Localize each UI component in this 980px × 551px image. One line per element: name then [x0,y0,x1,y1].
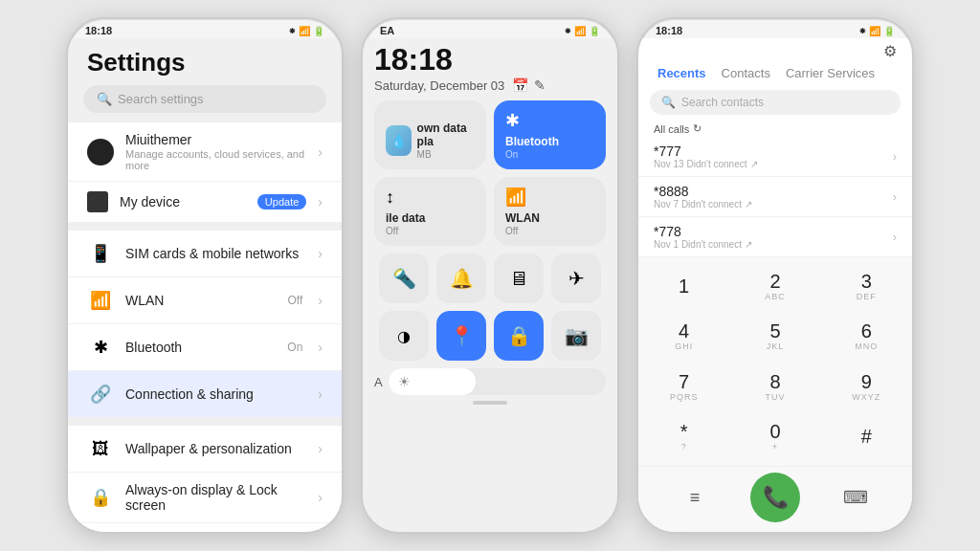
dialpad-button[interactable]: ⌨ [836,478,875,517]
key-3-main: 3 [861,272,872,291]
bt-icon-cc: ⁕ [564,26,571,36]
key-4[interactable]: 4 GHI [638,312,729,363]
wlan-tile-icon: 📶 [505,187,594,208]
sim-text: SIM cards & mobile networks [125,246,306,261]
update-badge: Update [257,194,306,209]
dialer-search[interactable]: 🔍 Search contacts [650,90,901,115]
data-tile-label: own data pla [417,121,475,148]
key-6[interactable]: 6 MNO [821,312,912,363]
key-5-sub: JKL [767,342,785,351]
key-0-main: 0 [769,422,780,441]
recent-date-1: Nov 13 Didn't connect ↗ [654,159,758,169]
settings-item-display[interactable]: ☀ Display › [68,523,342,532]
sim-icon: 📱 [87,240,114,267]
drag-indicator [473,401,507,405]
mydevice-icon [87,191,108,212]
settings-screen: Settings 🔍 Search settings Miuithemer Ma… [68,38,342,532]
search-icon-dialer: 🔍 [661,96,676,109]
key-9[interactable]: 9 WXYZ [821,362,912,412]
cc-date-icons: 📅 ✎ [512,77,546,93]
tab-carrier[interactable]: Carrier Services [778,62,882,84]
cc-tile-airplane[interactable]: ✈ [551,253,601,303]
settings-item-wlan[interactable]: 📶 WLAN Off › [68,277,342,324]
settings-search[interactable]: 🔍 Search settings [83,85,326,113]
key-9-sub: WXYZ [852,392,880,402]
recent-call-2-info: *8888 Nov 7 Didn't connect ↗ [654,184,752,209]
miuithemer-icon [87,139,114,165]
recent-number-2: *8888 [654,184,752,199]
key-7[interactable]: 7 PQRS [638,362,729,412]
wlan-title: WLAN [125,293,277,308]
recent-call-3[interactable]: *778 Nov 1 Didn't connect ↗ › [638,217,912,257]
wlan-icon: 📶 [87,287,114,314]
settings-item-mydevice[interactable]: My device Update › [68,182,342,223]
key-star[interactable]: * ? [638,412,729,463]
key-hash[interactable]: # [821,412,912,463]
cc-tile-mobile-data[interactable]: ↕ ile data Off [374,177,486,246]
key-0[interactable]: 0 + [729,412,820,463]
key-2[interactable]: 2 ABC [729,261,820,312]
key-1-main: 1 [679,276,689,296]
cc-small-row: 🔦 🔔 🖥 ✈ [374,253,606,303]
key-4-main: 4 [679,321,689,341]
cc-tile-mirror[interactable]: 🖥 [494,253,544,303]
call-arrow-3: › [893,230,897,244]
settings-item-sim[interactable]: 📱 SIM cards & mobile networks › [68,231,342,277]
key-3[interactable]: 3 DEF [821,261,912,312]
outgoing-icon-1: ↗ [750,159,758,169]
mobile-data-icon: ↕ [386,187,475,208]
brightness-bar[interactable]: ☀ [389,368,606,395]
outgoing-icon-2: ↗ [745,199,752,209]
wlan-tile-label: WLAN [505,211,594,225]
cc-tile-alarm[interactable]: 🔔 [436,253,486,303]
voicemail-button[interactable]: ≡ [676,478,714,517]
cc-tile-video[interactable]: 📷 [551,311,601,361]
recent-call-1[interactable]: *777 Nov 13 Didn't connect ↗ › [638,137,912,177]
settings-item-connection[interactable]: 🔗 Connection & sharing › [68,371,342,418]
tab-recents[interactable]: Recents [650,62,714,84]
cc-tile-lock[interactable]: 🔒 [494,311,544,361]
cc-tile-location[interactable]: 📍 [436,311,486,361]
phone-dialer: 18:18 ⁕ 📶 🔋 ⚙ Recents Contacts Carrier S… [636,17,914,534]
signal-icon-cc: 📶 [574,26,586,36]
mobile-data-sub: Off [386,226,475,236]
always-on-text: Always-on display & Lock screen [125,482,306,513]
cc-top-grid: 💧 own data pla MB ✱ Bluetooth On ↕ ile d… [374,100,606,246]
bluetooth-text: Bluetooth [125,340,276,355]
cc-tile-bluetooth[interactable]: ✱ Bluetooth On [494,100,606,169]
dialer-screen: ⚙ Recents Contacts Carrier Services 🔍 Se… [638,38,912,532]
settings-item-bluetooth[interactable]: ✱ Bluetooth On › [68,324,342,371]
key-2-sub: ABC [765,292,786,301]
recent-number-1: *777 [654,143,758,159]
call-button[interactable]: 📞 [750,473,800,522]
settings-gear-icon[interactable]: ⚙ [883,42,897,60]
key-8[interactable]: 8 TUV [729,362,820,412]
status-time-1: 18:18 [85,25,112,36]
recent-call-2[interactable]: *8888 Nov 7 Didn't connect ↗ › [638,177,912,217]
recent-date-3: Nov 1 Didn't connect ↗ [654,239,752,250]
cc-tile-torch[interactable]: 🔦 [379,253,429,303]
connection-icon: 🔗 [87,381,114,408]
key-1[interactable]: 1 [638,261,729,312]
settings-item-miuithemer[interactable]: Miuithemer Manage accounts, cloud servic… [68,122,342,182]
key-5[interactable]: 5 JKL [729,312,820,363]
search-placeholder-dialer: Search contacts [681,96,764,109]
always-on-title: Always-on display & Lock screen [125,482,306,513]
brightness-label-a: A [374,375,383,389]
tab-contacts[interactable]: Contacts [714,62,778,84]
keypad: 1 2 ABC 3 DEF 4 GHI 5 JKL 6 MNO [638,257,912,466]
dialer-tabs: Recents Contacts Carrier Services [638,60,912,90]
wallpaper-title: Wallpaper & personalization [125,441,306,456]
all-calls-label: All calls ↻ [638,121,912,137]
data-tile-img: 💧 [386,125,412,156]
cc-tile-data[interactable]: 💧 own data pla MB [374,100,486,169]
key-star-main: * [680,422,688,441]
settings-item-always-on[interactable]: 🔒 Always-on display & Lock screen › [68,473,342,523]
brightness-sun-icon: ☀ [398,374,411,389]
connection-text: Connection & sharing [125,386,306,402]
settings-item-wallpaper[interactable]: 🖼 Wallpaper & personalization › [68,426,342,473]
cc-tile-wlan[interactable]: 📶 WLAN Off [494,177,606,246]
key-8-sub: TUV [765,392,785,402]
cc-tile-eye[interactable]: ◑ [379,311,429,361]
data-tile-text: own data pla MB [417,121,475,160]
